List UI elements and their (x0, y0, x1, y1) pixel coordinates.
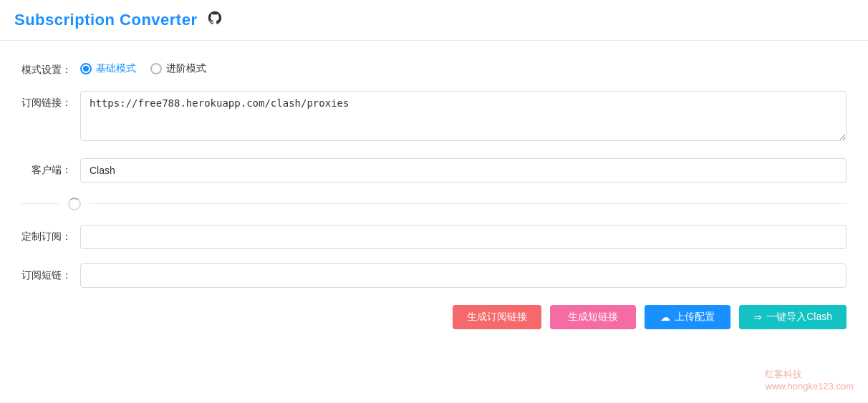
radio-advanced[interactable]: 进阶模式 (150, 62, 206, 75)
radio-basic[interactable]: 基础模式 (80, 62, 136, 75)
header: Subscription Converter (0, 0, 868, 41)
custom-subscription-wrapper (80, 225, 847, 249)
divider-line-right (90, 203, 847, 204)
generate-short-label: 生成短链接 (568, 311, 618, 324)
main-content: 模式设置： 基础模式 进阶模式 订阅链接： (0, 41, 868, 346)
subscription-url-wrapper (80, 91, 847, 144)
watermark-line2: www.hongke123.com (765, 381, 854, 392)
divider-line-left (21, 203, 59, 204)
subscription-url-row: 订阅链接： (21, 91, 847, 144)
short-link-row: 订阅短链： (21, 263, 847, 288)
mode-label: 模式设置： (21, 58, 72, 77)
generate-link-label: 生成订阅链接 (467, 311, 527, 324)
spinner-circle (68, 198, 81, 210)
client-input[interactable] (80, 158, 847, 183)
subscription-url-label: 订阅链接： (21, 91, 72, 110)
client-wrapper (80, 158, 847, 183)
custom-subscription-row: 定制订阅： (21, 225, 847, 249)
loading-spinner (59, 197, 90, 210)
custom-subscription-input[interactable] (80, 225, 847, 249)
radio-basic-circle (80, 63, 92, 74)
upload-icon: ☁ (660, 311, 670, 323)
radio-advanced-circle (150, 63, 162, 74)
client-label: 客户端： (21, 158, 72, 177)
subscription-url-input[interactable] (80, 91, 847, 141)
radio-basic-label: 基础模式 (96, 62, 136, 75)
client-row: 客户端： (21, 158, 847, 183)
radio-advanced-label: 进阶模式 (166, 62, 206, 75)
app-title: Subscription Converter (14, 11, 197, 29)
buttons-row: 生成订阅链接 生成短链接 ☁ 上传配置 ⇒ 一键导入Clash (21, 305, 847, 329)
custom-subscription-label: 定制订阅： (21, 225, 72, 243)
import-icon: ⇒ (753, 311, 762, 323)
watermark: 红客科技 www.hongke123.com (765, 368, 854, 392)
import-clash-label: 一键导入Clash (766, 311, 832, 324)
app-wrapper: Subscription Converter 模式设置： 基础模式 (0, 0, 868, 403)
short-link-label: 订阅短链： (21, 263, 72, 282)
watermark-line1: 红客科技 (765, 368, 854, 381)
generate-short-button[interactable]: 生成短链接 (550, 305, 636, 329)
upload-config-button[interactable]: ☁ 上传配置 (645, 305, 730, 329)
divider-section (21, 197, 847, 210)
short-link-input[interactable] (80, 263, 847, 288)
github-icon[interactable] (207, 10, 223, 30)
app-container: Subscription Converter 模式设置： 基础模式 (0, 0, 868, 403)
mode-row: 模式设置： 基础模式 进阶模式 (21, 58, 847, 77)
generate-link-button[interactable]: 生成订阅链接 (453, 305, 541, 329)
mode-radio-group: 基础模式 进阶模式 (80, 58, 847, 75)
import-clash-button[interactable]: ⇒ 一键导入Clash (739, 305, 847, 329)
short-link-wrapper (80, 263, 847, 288)
upload-config-label: 上传配置 (675, 311, 715, 324)
